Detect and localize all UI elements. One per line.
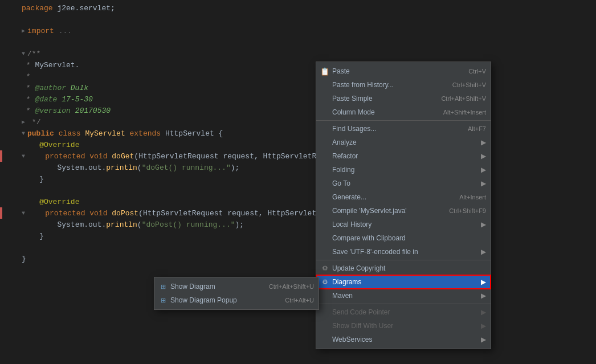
goto-arrow: ▶ bbox=[481, 179, 486, 187]
context-menu: 📋 Paste Ctrl+V Paste from History... Ctr… bbox=[316, 62, 491, 349]
fold-icon[interactable]: ▶ bbox=[22, 27, 25, 34]
show-diff-arrow: ▶ bbox=[481, 322, 486, 330]
column-mode-item[interactable]: Column Mode Alt+Shift+Insert bbox=[316, 105, 491, 119]
local-history-label: Local History bbox=[332, 220, 372, 228]
column-mode-shortcut: Alt+Shift+Insert bbox=[443, 109, 486, 116]
fold-icon[interactable]: ▶ bbox=[22, 118, 25, 125]
goto-label: Go To bbox=[332, 179, 350, 187]
fold-icon[interactable]: ▼ bbox=[22, 210, 25, 216]
find-usages-item[interactable]: Find Usages... Alt+F7 bbox=[316, 122, 491, 136]
generate-item[interactable]: Generate... Alt+Insert bbox=[316, 190, 491, 204]
separator-3 bbox=[316, 304, 491, 304]
webservices-arrow: ▶ bbox=[481, 336, 486, 343]
send-code-pointer-arrow: ▶ bbox=[481, 308, 486, 316]
compile-item[interactable]: Compile 'MyServlet.java' Ctrl+Shift+F9 bbox=[316, 204, 491, 218]
show-diagram-item[interactable]: ⊞ Show Diagram Ctrl+Alt+Shift+U bbox=[154, 280, 319, 293]
code-line: @Override bbox=[0, 139, 596, 150]
code-line: ▶ import ... bbox=[0, 25, 596, 36]
code-line: * bbox=[0, 71, 596, 82]
update-copyright-icon: ⚙ bbox=[320, 264, 330, 272]
diagrams-arrow: ▶ bbox=[481, 278, 486, 286]
webservices-label: WebServices bbox=[332, 336, 372, 343]
refactor-item[interactable]: Refactor ▶ bbox=[316, 149, 491, 163]
code-line: System.out.println("doPost() running..."… bbox=[0, 219, 596, 230]
show-diff-item[interactable]: Show Diff With User ▶ bbox=[316, 319, 491, 333]
code-line: * @author Dulk bbox=[0, 82, 596, 93]
paste-simple-shortcut: Ctrl+Alt+Shift+V bbox=[441, 95, 486, 102]
diagram-icon: ⊞ bbox=[158, 283, 168, 291]
code-line bbox=[0, 14, 596, 25]
analyze-arrow: ▶ bbox=[481, 138, 486, 146]
code-line: } bbox=[0, 230, 596, 242]
paste-simple-label: Paste Simple bbox=[332, 95, 373, 103]
update-copyright-item[interactable]: ⚙ Update Copyright bbox=[316, 261, 491, 275]
code-line bbox=[0, 242, 596, 253]
separator-1 bbox=[316, 120, 491, 121]
diagrams-icon: ⚙ bbox=[320, 278, 330, 286]
diagram-submenu: ⊞ Show Diagram Ctrl+Alt+Shift+U ⊞ Show D… bbox=[154, 277, 319, 310]
code-line: @Override bbox=[0, 196, 596, 207]
maven-arrow: ▶ bbox=[481, 292, 486, 300]
analyze-item[interactable]: Analyze ▶ bbox=[316, 136, 491, 149]
webservices-item[interactable]: WebServices ▶ bbox=[316, 333, 491, 346]
refactor-label: Refactor bbox=[332, 152, 358, 160]
code-line: * @date 17-5-30 bbox=[0, 93, 596, 105]
save-encoded-arrow: ▶ bbox=[481, 248, 486, 256]
show-diagram-popup-label: Show Diagram Popup bbox=[170, 296, 237, 304]
show-diagram-shortcut: Ctrl+Alt+Shift+U bbox=[269, 283, 314, 290]
analyze-label: Analyze bbox=[332, 138, 357, 146]
send-code-pointer-label: Send Code Pointer bbox=[332, 308, 390, 316]
paste-history-shortcut: Ctrl+Shift+V bbox=[452, 81, 486, 88]
paste-history-label: Paste from History... bbox=[332, 81, 394, 89]
save-encoded-label: Save 'UTF-8'-encoded file in bbox=[332, 248, 418, 256]
goto-item[interactable]: Go To ▶ bbox=[316, 177, 491, 190]
paste-label: Paste bbox=[332, 67, 350, 75]
code-line: System.out.println("doGet() running...")… bbox=[0, 162, 596, 173]
refactor-arrow: ▶ bbox=[481, 152, 486, 160]
paste-history-item[interactable]: Paste from History... Ctrl+Shift+V bbox=[316, 78, 491, 92]
diagram-popup-icon: ⊞ bbox=[158, 297, 168, 304]
code-line: ▼ public class MyServlet extends HttpSer… bbox=[0, 128, 596, 139]
compile-label: Compile 'MyServlet.java' bbox=[332, 207, 407, 215]
code-line: ▼ /** bbox=[0, 48, 596, 59]
code-line: ▼ protected void doPost(HttpServletReque… bbox=[0, 207, 596, 219]
show-diagram-popup-shortcut: Ctrl+Alt+U bbox=[285, 297, 314, 304]
gutter-marker bbox=[0, 207, 2, 219]
folding-label: Folding bbox=[332, 166, 354, 174]
maven-label: Maven bbox=[332, 292, 353, 300]
fold-icon[interactable]: ▼ bbox=[22, 153, 25, 159]
maven-item[interactable]: Maven ▶ bbox=[316, 289, 491, 302]
show-diagram-label: Show Diagram bbox=[170, 283, 215, 291]
column-mode-label: Column Mode bbox=[332, 108, 375, 116]
fold-icon[interactable]: ▼ bbox=[22, 130, 25, 137]
code-line: * @version 20170530 bbox=[0, 105, 596, 116]
generate-label: Generate... bbox=[332, 193, 366, 201]
compare-clipboard-label: Compare with Clipboard bbox=[332, 234, 406, 242]
folding-arrow: ▶ bbox=[481, 166, 486, 174]
fold-icon[interactable]: ▼ bbox=[22, 51, 25, 57]
send-code-pointer-item[interactable]: Send Code Pointer ▶ bbox=[316, 305, 491, 319]
code-line bbox=[0, 36, 596, 48]
generate-shortcut: Alt+Insert bbox=[459, 194, 486, 201]
compile-shortcut: Ctrl+Shift+F9 bbox=[449, 207, 486, 214]
show-diagram-popup-item[interactable]: ⊞ Show Diagram Popup Ctrl+Alt+U bbox=[154, 293, 319, 307]
separator-2 bbox=[316, 260, 491, 260]
code-line: package j2ee.servlet; bbox=[0, 2, 596, 14]
paste-icon: 📋 bbox=[320, 67, 330, 76]
find-usages-shortcut: Alt+F7 bbox=[468, 125, 486, 132]
code-line: } bbox=[0, 253, 596, 264]
paste-item[interactable]: 📋 Paste Ctrl+V bbox=[316, 64, 491, 78]
folding-item[interactable]: Folding ▶ bbox=[316, 163, 491, 177]
update-copyright-label: Update Copyright bbox=[332, 264, 385, 272]
show-diff-label: Show Diff With User bbox=[332, 322, 393, 330]
code-line: ▶ */ bbox=[0, 116, 596, 128]
code-line: * MyServlet. bbox=[0, 59, 596, 71]
save-encoded-item[interactable]: Save 'UTF-8'-encoded file in ▶ bbox=[316, 245, 491, 259]
gutter-marker bbox=[0, 150, 2, 162]
paste-simple-item[interactable]: Paste Simple Ctrl+Alt+Shift+V bbox=[316, 92, 491, 105]
find-usages-label: Find Usages... bbox=[332, 125, 376, 133]
compare-clipboard-item[interactable]: Compare with Clipboard bbox=[316, 231, 491, 245]
local-history-item[interactable]: Local History ▶ bbox=[316, 218, 491, 231]
paste-shortcut: Ctrl+V bbox=[468, 68, 486, 75]
diagrams-item[interactable]: ⚙ Diagrams ▶ bbox=[316, 275, 491, 289]
